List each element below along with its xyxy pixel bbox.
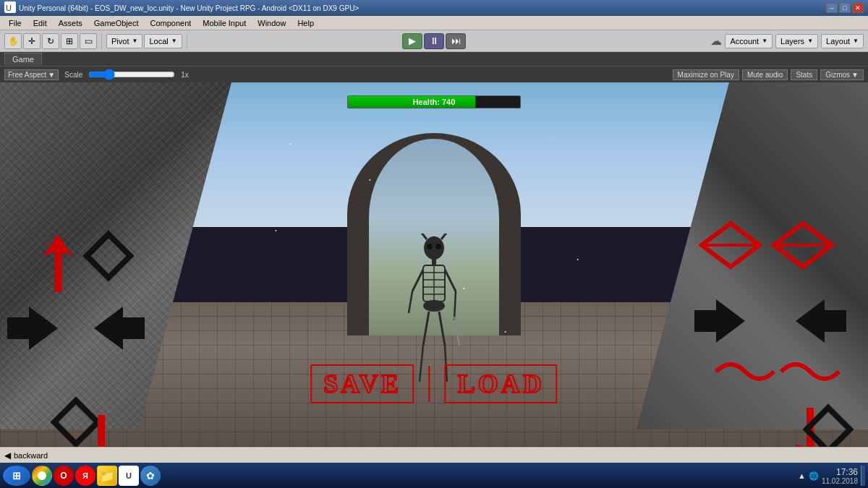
snowflake-5: •: [463, 285, 465, 291]
svg-point-3: [427, 244, 433, 249]
play-button[interactable]: ▶: [402, 33, 422, 49]
left-joystick-up-red: [43, 234, 72, 292]
menu-bar: File Edit Assets GameObject Component Mo…: [0, 16, 868, 30]
scale-tool[interactable]: ⊞: [61, 33, 78, 49]
menu-help[interactable]: Help: [292, 18, 320, 28]
aspect-label: Free Aspect: [8, 71, 46, 79]
pause-button[interactable]: ⏸: [424, 33, 444, 49]
pivot-button[interactable]: Pivot: [106, 34, 142, 48]
stats-btn[interactable]: Stats: [791, 69, 817, 80]
left-joystick-left-black: [7, 307, 58, 350]
save-load-divider: [429, 366, 430, 402]
clock[interactable]: 17:36 11.02.2018: [822, 467, 858, 485]
menu-edit[interactable]: Edit: [27, 18, 53, 28]
layers-label: Layers: [780, 37, 804, 46]
minimize-button[interactable]: –: [826, 3, 838, 13]
status-icon: ◀: [4, 450, 11, 461]
health-bar-text: Health: 740: [347, 95, 521, 108]
transport-controls: ▶ ⏸ ⏭: [402, 33, 466, 49]
save-button[interactable]: SAVE: [310, 364, 414, 403]
svg-marker-25: [43, 234, 72, 292]
taskbar-opera-icon[interactable]: O: [54, 466, 74, 486]
network-icon[interactable]: 🌐: [809, 471, 819, 481]
load-button[interactable]: LOAD: [445, 364, 558, 403]
right-joystick-lower-right-red: [781, 364, 839, 379]
app-icon: U: [4, 1, 16, 14]
account-dropdown[interactable]: Account: [725, 34, 773, 48]
maximize-button[interactable]: □: [839, 3, 851, 13]
tray-up-icon[interactable]: ▲: [798, 471, 806, 480]
scale-bar: Free Aspect ▼ Scale 1x Maximize on Play …: [0, 67, 868, 82]
layout-label: Layout: [826, 37, 850, 46]
chevron-down-icon: ▼: [851, 71, 859, 79]
maximize-on-play-btn[interactable]: Maximize on Play: [673, 69, 739, 80]
menu-file[interactable]: File: [3, 18, 27, 28]
cloud-icon[interactable]: ☁: [710, 34, 722, 48]
svg-line-21: [423, 312, 429, 346]
right-joystick-lower-left-red: [716, 364, 774, 379]
menu-mobileinput[interactable]: Mobile Input: [197, 18, 252, 28]
pivot-label: Pivot: [111, 37, 129, 46]
scale-slider[interactable]: [88, 71, 175, 78]
svg-line-5: [421, 234, 427, 239]
title-text: Unity Personal (64bit) - EOS_DW_new_loc.…: [19, 4, 826, 12]
move-tool[interactable]: ✛: [23, 33, 41, 49]
show-desktop-btn[interactable]: [861, 466, 865, 486]
right-toolbar: ☁ Account Layers Layout: [710, 34, 864, 48]
svg-line-23: [439, 312, 445, 346]
svg-point-2: [424, 236, 444, 260]
svg-line-15: [409, 291, 412, 313]
menu-component[interactable]: Component: [144, 18, 197, 28]
svg-line-14: [412, 270, 423, 291]
snowflake-4: •: [576, 256, 579, 262]
toolbar-transform-group: ✋ ✛ ↻ ⊞ ▭: [4, 33, 102, 49]
toolbar-pivot-group: Pivot Local: [106, 34, 187, 48]
local-label: Local: [149, 37, 168, 46]
rect-tool[interactable]: ▭: [80, 33, 97, 49]
gizmos-btn[interactable]: Gizmos ▼: [820, 69, 864, 80]
status-bar: ◀ backward: [0, 447, 868, 463]
snowflake-3: •: [275, 227, 277, 234]
scale-value: 1x: [181, 71, 189, 79]
layers-dropdown[interactable]: Layers: [775, 34, 818, 48]
game-view-header: Game: [0, 52, 868, 67]
svg-line-6: [441, 234, 447, 239]
taskbar-yandex-icon[interactable]: Я: [75, 466, 95, 486]
toolbar: ✋ ✛ ↻ ⊞ ▭ Pivot Local ▶ ⏸ ⏭ ☁ Account La…: [0, 30, 868, 52]
taskbar-right: ▲ 🌐 17:36 11.02.2018: [798, 466, 865, 486]
svg-point-4: [435, 244, 441, 249]
right-joystick-left-black: [694, 299, 745, 343]
taskbar-extra-icon[interactable]: ✿: [140, 466, 161, 486]
layout-dropdown[interactable]: Layout: [821, 34, 864, 48]
right-joystick-controls[interactable]: [694, 213, 861, 447]
svg-marker-27: [94, 307, 145, 350]
svg-rect-7: [432, 258, 436, 265]
mute-audio-btn[interactable]: Mute audio: [742, 69, 788, 80]
rotate-tool[interactable]: ↻: [42, 33, 59, 49]
menu-gameobject[interactable]: GameObject: [88, 18, 145, 28]
view-options: Maximize on Play Mute audio Stats Gizmos…: [673, 69, 864, 80]
menu-assets[interactable]: Assets: [53, 18, 88, 28]
scale-label: Scale: [64, 71, 82, 79]
close-button[interactable]: ✕: [852, 3, 864, 13]
account-label: Account: [730, 37, 759, 46]
snowflake-1: •: [289, 140, 292, 147]
left-joystick-controls[interactable]: [7, 213, 152, 447]
taskbar-chrome-icon[interactable]: [32, 466, 52, 486]
aspect-dropdown[interactable]: Free Aspect ▼: [4, 69, 59, 80]
left-joystick-right-black: [94, 307, 145, 350]
step-button[interactable]: ⏭: [446, 33, 466, 49]
hand-tool[interactable]: ✋: [4, 33, 22, 49]
svg-line-17: [454, 291, 456, 320]
status-text: backward: [14, 451, 48, 460]
game-tab[interactable]: Game: [4, 53, 42, 65]
taskbar-explorer-icon[interactable]: 📁: [97, 466, 117, 486]
menu-window[interactable]: Window: [252, 18, 292, 28]
right-joystick-upper-left-red: [702, 223, 760, 267]
chevron-down-icon: ▼: [48, 71, 55, 79]
svg-line-16: [445, 270, 456, 291]
clock-time: 17:36: [836, 467, 858, 477]
taskbar-unity-icon[interactable]: U: [119, 466, 139, 486]
start-button[interactable]: ⊞: [3, 466, 30, 486]
local-button[interactable]: Local: [144, 34, 182, 48]
